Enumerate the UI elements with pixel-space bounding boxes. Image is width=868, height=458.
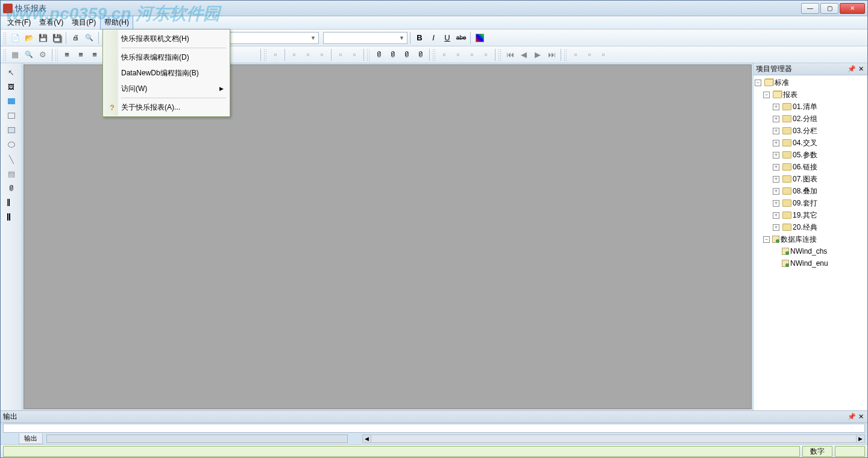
tool-rect[interactable] — [4, 109, 19, 122]
output-tab[interactable]: 输出 — [19, 433, 43, 444]
toolbar-grip[interactable] — [366, 49, 370, 61]
italic-button[interactable] — [427, 31, 440, 45]
pin-button[interactable]: 📌 — [846, 65, 857, 73]
page-button-3[interactable] — [465, 48, 479, 61]
tree-db-item[interactable]: NWind_chs — [755, 245, 866, 257]
v-spacing-button[interactable] — [348, 48, 361, 61]
h-scrollbar[interactable]: ◀ ▶ — [362, 434, 865, 443]
align-left-button[interactable] — [60, 48, 74, 61]
font-color-button[interactable] — [473, 31, 486, 45]
expand-icon[interactable]: + — [773, 176, 779, 183]
tool-image[interactable] — [4, 80, 19, 93]
expand-icon[interactable]: + — [773, 200, 779, 207]
menu-file[interactable]: 文件(F) — [3, 16, 35, 30]
help-datanewdb-guide[interactable]: DataNewDb编程指南(B) — [104, 65, 228, 81]
tree-folder[interactable]: +08.叠加 — [755, 185, 866, 197]
help-online-doc[interactable]: 快乐报表联机文档(H) — [104, 31, 228, 46]
minimize-button[interactable]: — — [801, 3, 819, 14]
nav-last-button[interactable] — [545, 48, 558, 61]
page-button-1[interactable] — [438, 48, 451, 61]
scroll-left-button[interactable]: ◀ — [363, 435, 371, 442]
tree-db-item[interactable]: NWind_enu — [755, 257, 866, 269]
expand-icon[interactable]: − — [763, 92, 770, 98]
toolbar-grip[interactable] — [564, 49, 567, 61]
page-button-4[interactable] — [479, 48, 492, 61]
tool-button-2[interactable] — [597, 48, 610, 61]
expand-icon[interactable]: + — [773, 128, 779, 134]
tree-folder[interactable]: +09.套打 — [755, 197, 866, 209]
expand-icon[interactable]: + — [773, 212, 779, 219]
panel-close-button[interactable]: ✕ — [857, 65, 865, 73]
tree-folder[interactable]: +03.分栏 — [755, 125, 866, 137]
db-button-3[interactable] — [400, 48, 413, 61]
help-about[interactable]: 关于快乐报表(A)... — [104, 99, 228, 115]
strike-button[interactable] — [454, 31, 468, 45]
tool-rect-filled[interactable] — [4, 124, 19, 137]
nav-next-button[interactable] — [531, 48, 544, 61]
open-button[interactable] — [22, 31, 36, 45]
tree-dbconn[interactable]: − 数据库连接 — [755, 233, 866, 245]
bold-button[interactable] — [413, 31, 426, 45]
toolbar-grip[interactable] — [55, 49, 58, 61]
settings-button[interactable] — [36, 48, 49, 61]
expand-icon[interactable]: + — [773, 140, 779, 146]
menu-view[interactable]: 查看(V) — [35, 16, 68, 30]
project-tree[interactable]: − 标准 − 报表 +01.清单+02.分组+03.分栏+04.交叉+05.参数… — [753, 75, 867, 410]
expand-icon[interactable]: + — [773, 224, 779, 231]
maximize-button[interactable]: ▢ — [820, 3, 838, 14]
height-button[interactable] — [301, 48, 315, 61]
menu-project[interactable]: 项目(P) — [68, 16, 100, 30]
tree-folder[interactable]: +01.清单 — [755, 101, 866, 113]
preview-button[interactable] — [83, 31, 96, 45]
tab-scroller[interactable] — [46, 434, 348, 443]
db-button-1[interactable] — [372, 48, 385, 61]
expand-icon[interactable]: + — [773, 152, 779, 158]
h-spacing-button[interactable] — [334, 48, 347, 61]
db-button-2[interactable] — [386, 48, 399, 61]
nav-prev-button[interactable] — [517, 48, 530, 61]
tree-root[interactable]: − 标准 — [755, 77, 866, 89]
save-button[interactable] — [36, 31, 49, 45]
pin-button[interactable]: 📌 — [846, 413, 857, 421]
nav-first-button[interactable] — [503, 48, 517, 61]
output-body[interactable] — [3, 424, 865, 433]
tool-db[interactable] — [4, 181, 19, 195]
tree-folder[interactable]: +04.交叉 — [755, 137, 866, 149]
tree-folder[interactable]: +02.分组 — [755, 113, 866, 125]
tool-pointer[interactable] — [4, 66, 19, 79]
expand-icon[interactable]: − — [763, 236, 770, 243]
tree-folder[interactable]: +19.其它 — [755, 209, 866, 221]
tree-folder[interactable]: +07.图表 — [755, 173, 866, 185]
tool-line[interactable] — [4, 152, 19, 166]
ruler-button[interactable] — [569, 48, 582, 61]
tool-barcode-2[interactable] — [4, 210, 19, 224]
menu-help[interactable]: 帮助(H) — [100, 16, 133, 30]
tree-folder[interactable]: +05.参数 — [755, 149, 866, 161]
tool-label[interactable] — [4, 95, 19, 108]
tree-folder[interactable]: +06.链接 — [755, 161, 866, 173]
expand-icon[interactable]: + — [773, 116, 779, 122]
help-visit[interactable]: 访问(W) ▶ — [104, 81, 228, 96]
db-button-4[interactable] — [414, 48, 427, 61]
expand-icon[interactable]: + — [773, 164, 779, 171]
grid-button[interactable] — [8, 48, 22, 61]
expand-icon[interactable]: + — [773, 104, 779, 110]
print-button[interactable] — [69, 31, 82, 45]
toolbar-grip[interactable] — [263, 49, 267, 61]
toolbar-grip[interactable] — [3, 32, 7, 44]
tool-button-1[interactable] — [583, 48, 596, 61]
page-button-2[interactable] — [451, 48, 465, 61]
panel-close-button[interactable]: ✕ — [857, 413, 865, 421]
tree-reports[interactable]: − 报表 — [755, 89, 866, 101]
tool-table[interactable] — [4, 167, 19, 180]
band-button[interactable] — [269, 48, 282, 61]
help-prog-guide[interactable]: 快乐报表编程指南(D) — [104, 49, 228, 65]
toolbar-grip[interactable] — [498, 49, 502, 61]
align-center-button[interactable] — [74, 48, 87, 61]
size-button[interactable] — [315, 48, 329, 61]
font-size-combo[interactable]: ▼ — [323, 32, 407, 44]
close-button[interactable]: ✕ — [840, 3, 865, 14]
tree-folder[interactable]: +20.经典 — [755, 221, 866, 233]
expand-icon[interactable]: + — [773, 188, 779, 195]
tool-ellipse[interactable] — [4, 138, 19, 151]
